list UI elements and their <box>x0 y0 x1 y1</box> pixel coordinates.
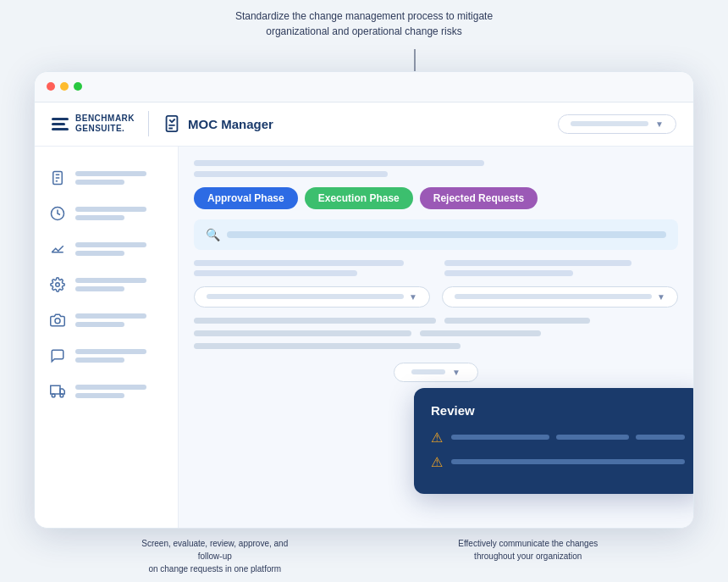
review-row-2: ⚠ <box>431 454 685 470</box>
sidebar-item-chat[interactable] <box>35 338 178 374</box>
sidebar-item-chart[interactable] <box>35 231 178 267</box>
browser-window: BENCHMARK GENSUITE. MOC Manager ▼ <box>34 71 694 529</box>
chevron-down-icon-right: ▼ <box>657 292 665 302</box>
app-header: BENCHMARK GENSUITE. MOC Manager ▼ <box>35 103 693 147</box>
bottom-label-right-line2: throughout your organization <box>474 552 582 561</box>
top-skeletons <box>194 160 678 177</box>
sidebar-item-settings[interactable] <box>35 267 178 302</box>
bottom-label-left-line1: Screen, evaluate, review, approve, and f… <box>141 539 288 561</box>
sidebar-label-truck <box>75 385 164 398</box>
warning-icon-1: ⚠ <box>431 430 443 446</box>
sidebar-item-gauge[interactable] <box>35 196 178 231</box>
svg-point-10 <box>55 318 60 323</box>
filter-row: ▼ ▼ <box>194 286 678 308</box>
chevron-down-icon-left: ▼ <box>409 292 417 302</box>
clipboard-icon <box>48 169 67 187</box>
sidebar-label-chat <box>75 349 164 363</box>
pagination-dropdown[interactable]: ▼ <box>394 363 478 382</box>
sidebar-item-clipboard[interactable] <box>35 160 178 196</box>
chevron-down-icon-pagination: ▼ <box>452 368 461 377</box>
pagination-bar <box>411 369 445 374</box>
main-content: Approval Phase Execution Phase Rejected … <box>179 147 693 528</box>
dot-yellow[interactable] <box>60 82 69 91</box>
sidebar-label-chart <box>75 242 164 256</box>
outer-wrapper: Standardize the change management proces… <box>0 0 728 582</box>
browser-titlebar <box>35 72 693 103</box>
sidebar-label-gauge <box>75 207 164 220</box>
bottom-label-left-line2: on change requests in one platform <box>148 564 281 574</box>
review-bar-group-2 <box>451 459 685 464</box>
bottom-pagination-row: ▼ <box>194 363 678 382</box>
logo-line-3 <box>52 128 69 130</box>
skeleton-col-right-2 <box>444 270 573 276</box>
filter-bar-left <box>207 294 404 299</box>
search-bar[interactable]: 🔍 <box>194 219 678 250</box>
svg-point-13 <box>52 394 55 397</box>
sidebar-label-camera <box>75 313 164 327</box>
app-layout: Approval Phase Execution Phase Rejected … <box>35 147 693 528</box>
gauge-icon <box>48 204 67 223</box>
sidebar-label-settings <box>75 278 164 291</box>
sidebar-item-truck[interactable] <box>35 374 178 409</box>
sidebar-item-camera[interactable] <box>35 302 178 338</box>
col-skeleton-left <box>194 260 427 276</box>
dot-green[interactable] <box>74 82 82 91</box>
app-title: MOC Manager <box>188 117 273 131</box>
truck-icon <box>48 382 67 401</box>
tooltip-line2: organizational and operational change ri… <box>266 25 462 37</box>
tab-rejected-requests[interactable]: Rejected Requests <box>420 187 538 209</box>
sidebar <box>35 147 179 528</box>
skeleton-col-left-2 <box>194 270 357 276</box>
logo-area: BENCHMARK GENSUITE. <box>52 114 135 134</box>
browser-dots <box>47 82 82 91</box>
chat-icon <box>48 346 67 365</box>
tabs-row: Approval Phase Execution Phase Rejected … <box>194 187 678 209</box>
filter-dropdown-left[interactable]: ▼ <box>194 286 430 308</box>
svg-rect-0 <box>167 116 178 131</box>
svg-point-9 <box>56 282 60 286</box>
search-icon: 🔍 <box>206 228 220 241</box>
svg-rect-11 <box>51 385 60 394</box>
bottom-label-left: Screen, evaluate, review, approve, and f… <box>130 537 300 575</box>
filter-bar-right <box>455 294 652 299</box>
col-skeleton-right <box>444 260 678 276</box>
logo-text-line1: BENCHMARK <box>75 114 135 124</box>
header-divider <box>148 111 149 136</box>
skeleton-col-right-1 <box>444 260 631 266</box>
header-dropdown[interactable]: ▼ <box>558 114 676 134</box>
chart-icon <box>48 240 67 258</box>
review-bar-group-1 <box>451 435 685 440</box>
bottom-label-right-line1: Effectively communicate the changes <box>458 539 598 548</box>
bottom-label-right: Effectively communicate the changes thro… <box>458 537 598 575</box>
tooltip-line1: Standardize the change management proces… <box>235 10 493 22</box>
table-rows <box>194 318 678 349</box>
table-row <box>194 343 678 349</box>
bottom-labels: Screen, evaluate, review, approve, and f… <box>0 537 728 575</box>
svg-marker-12 <box>60 389 64 394</box>
moc-title-area: MOC Manager <box>163 114 273 133</box>
review-title: Review <box>431 403 685 418</box>
dot-red[interactable] <box>47 82 55 91</box>
skeleton-col-left-1 <box>194 260 404 266</box>
skeleton-line-2 <box>194 171 388 177</box>
logo-text: BENCHMARK GENSUITE. <box>75 114 135 134</box>
settings-icon <box>48 275 67 294</box>
moc-icon <box>163 114 181 133</box>
chevron-down-icon: ▼ <box>655 119 664 129</box>
review-popup: Review ⚠ ⚠ <box>414 388 693 494</box>
search-inner <box>227 231 666 238</box>
tab-approval-phase[interactable]: Approval Phase <box>194 187 298 209</box>
tooltip-text: Standardize the change management proces… <box>229 8 499 39</box>
review-row-1: ⚠ <box>431 430 685 446</box>
two-col-skeleton <box>194 260 678 276</box>
sidebar-label-clipboard <box>75 171 164 185</box>
table-row <box>194 318 678 324</box>
logo-line-2 <box>52 123 65 125</box>
logo-lines <box>52 118 69 130</box>
table-row <box>194 330 678 336</box>
logo-line-1 <box>52 118 69 120</box>
warning-icon-2: ⚠ <box>431 454 443 470</box>
skeleton-line-1 <box>194 160 484 166</box>
tab-execution-phase[interactable]: Execution Phase <box>305 187 413 209</box>
filter-dropdown-right[interactable]: ▼ <box>442 286 678 308</box>
